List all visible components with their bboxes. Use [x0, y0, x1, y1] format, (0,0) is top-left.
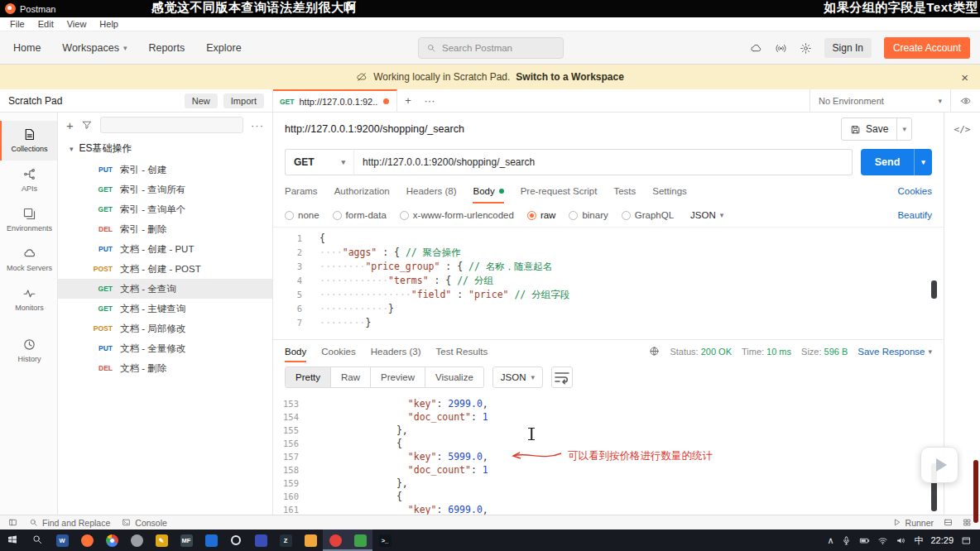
new-button[interactable]: New: [185, 93, 218, 108]
app-ring[interactable]: [223, 529, 248, 551]
mode-raw[interactable]: raw: [527, 210, 556, 220]
request-body-editor[interactable]: 1234567 {····"aggs" : { // 聚合操作········"…: [273, 227, 944, 339]
action-center-button[interactable]: [961, 535, 972, 546]
tree-request[interactable]: PUT文档 - 全量修改: [58, 338, 272, 358]
app-firefox[interactable]: [74, 529, 99, 551]
menu-help[interactable]: Help: [93, 19, 125, 29]
collection-row[interactable]: ▾ ES基础操作: [58, 137, 272, 160]
sidebar-item-mock-servers[interactable]: Mock Servers: [0, 240, 57, 280]
tree-search-input[interactable]: [100, 117, 243, 133]
environment-quick-look-button[interactable]: [950, 89, 980, 112]
video-play-button[interactable]: [920, 447, 958, 483]
tree-request[interactable]: GET文档 - 全查询: [58, 279, 272, 299]
app-notes[interactable]: ✎: [149, 529, 174, 551]
apps-button[interactable]: [963, 518, 972, 527]
save-button[interactable]: Save ▾: [841, 117, 912, 141]
filter-icon[interactable]: [81, 119, 93, 131]
app-terminal[interactable]: >_: [372, 529, 397, 551]
app-gray[interactable]: [124, 529, 149, 551]
view-raw[interactable]: Raw: [331, 367, 371, 387]
menu-edit[interactable]: Edit: [31, 19, 60, 29]
capture-requests-button[interactable]: [775, 42, 787, 55]
split-pane-button[interactable]: [944, 518, 953, 527]
environment-selector[interactable]: No Environment ▾: [809, 89, 950, 112]
response-body[interactable]: 153154155156157158159160161 "key": 2999.…: [273, 392, 944, 515]
nav-home[interactable]: Home: [13, 42, 41, 54]
tree-request[interactable]: GET文档 - 主键查询: [58, 299, 272, 319]
mode-x-www-form-urlencoded[interactable]: x-www-form-urlencoded: [400, 210, 514, 220]
tree-request[interactable]: DEL文档 - 删除: [58, 358, 272, 378]
volume-icon[interactable]: [896, 535, 906, 546]
request-tab[interactable]: GET http://127.0.0.1:92...: [273, 89, 397, 112]
mode-binary[interactable]: binary: [569, 210, 608, 220]
console-button[interactable]: Console: [122, 518, 167, 528]
add-collection-button[interactable]: +: [66, 119, 74, 132]
import-button[interactable]: Import: [223, 93, 264, 108]
response-tab-headers-3[interactable]: Headers (3): [371, 340, 421, 362]
send-options-button[interactable]: ▾: [914, 149, 932, 175]
create-account-button[interactable]: Create Account: [884, 37, 970, 59]
sidebar-toggle-button[interactable]: [8, 518, 17, 527]
runner-button[interactable]: Runner: [892, 518, 934, 528]
beautify-link[interactable]: Beautify: [897, 210, 932, 220]
app-mf[interactable]: MF: [174, 529, 199, 551]
tree-request[interactable]: DEL索引 - 删除: [58, 219, 272, 239]
settings-button[interactable]: [800, 42, 812, 55]
tab-body[interactable]: Body: [473, 179, 503, 204]
view-pretty[interactable]: Pretty: [286, 367, 331, 387]
cookies-link[interactable]: Cookies: [897, 186, 932, 196]
app-yellow[interactable]: [298, 529, 323, 551]
response-language-selector[interactable]: JSON ▾: [492, 367, 543, 388]
view-visualize[interactable]: Visualize: [425, 367, 483, 387]
view-preview[interactable]: Preview: [371, 367, 425, 387]
tab-params[interactable]: Params: [285, 179, 318, 204]
raw-language-selector[interactable]: JSON▾: [690, 210, 723, 220]
sidebar-item-history[interactable]: History: [0, 331, 57, 371]
tree-request[interactable]: GET索引 - 查询所有: [58, 180, 272, 199]
editor-scrollbar[interactable]: [931, 280, 937, 299]
battery-icon[interactable]: [859, 535, 870, 546]
save-options-button[interactable]: ▾: [896, 118, 911, 140]
mode-form-data[interactable]: form-data: [333, 210, 387, 220]
response-tab-cookies[interactable]: Cookies: [321, 340, 356, 362]
tab-options-button[interactable]: ···: [419, 89, 440, 112]
app-recorder[interactable]: [323, 529, 348, 551]
sign-in-button[interactable]: Sign In: [824, 38, 872, 58]
menu-view[interactable]: View: [60, 19, 94, 29]
tab-tests[interactable]: Tests: [613, 179, 636, 204]
tab-pre-request-script[interactable]: Pre-request Script: [521, 179, 598, 204]
global-search-input[interactable]: Search Postman: [418, 37, 564, 59]
method-selector[interactable]: GET ▾: [285, 149, 354, 175]
sidebar-item-environments[interactable]: Environments: [0, 200, 57, 240]
wifi-icon[interactable]: [877, 535, 888, 546]
tree-request[interactable]: POST文档 - 局部修改: [58, 319, 272, 338]
tray-expand-icon[interactable]: ∧: [827, 535, 833, 546]
app-green[interactable]: [348, 529, 372, 551]
start-button[interactable]: [0, 529, 25, 551]
mode-graphql[interactable]: GraphQL: [622, 210, 674, 220]
wrap-text-button[interactable]: [551, 367, 573, 388]
sidebar-item-apis[interactable]: APIs: [0, 161, 57, 200]
response-tab-test-results[interactable]: Test Results: [436, 340, 488, 362]
sync-cloud-button[interactable]: [750, 42, 762, 55]
banner-close-button[interactable]: ×: [961, 70, 968, 84]
nav-workspaces[interactable]: Workspaces▾: [62, 42, 127, 54]
ime-indicator[interactable]: 中: [914, 534, 923, 547]
tab-headers-8[interactable]: Headers (8): [406, 179, 457, 204]
mic-icon[interactable]: [841, 535, 852, 546]
tree-request[interactable]: GET索引 - 查询单个: [58, 199, 272, 219]
find-replace-button[interactable]: Find and Replace: [29, 518, 110, 528]
app-blue[interactable]: [199, 529, 223, 551]
menu-file[interactable]: File: [3, 19, 31, 29]
sidebar-item-collections[interactable]: Collections: [0, 121, 57, 161]
nav-explore[interactable]: Explore: [206, 42, 241, 54]
taskbar-clock[interactable]: 22:29: [930, 535, 954, 545]
taskbar-search-button[interactable]: [25, 529, 50, 551]
app-chrome[interactable]: [99, 529, 124, 551]
save-response-button[interactable]: Save Response▾: [858, 347, 932, 357]
new-tab-button[interactable]: +: [397, 89, 419, 112]
sidebar-item-monitors[interactable]: Monitors: [0, 280, 57, 319]
tree-request[interactable]: POST文档 - 创建 - POST: [58, 259, 272, 279]
tree-request[interactable]: PUT索引 - 创建: [58, 160, 272, 180]
url-input[interactable]: http://127.0.0.1:9200/shopping/_search: [354, 149, 853, 175]
